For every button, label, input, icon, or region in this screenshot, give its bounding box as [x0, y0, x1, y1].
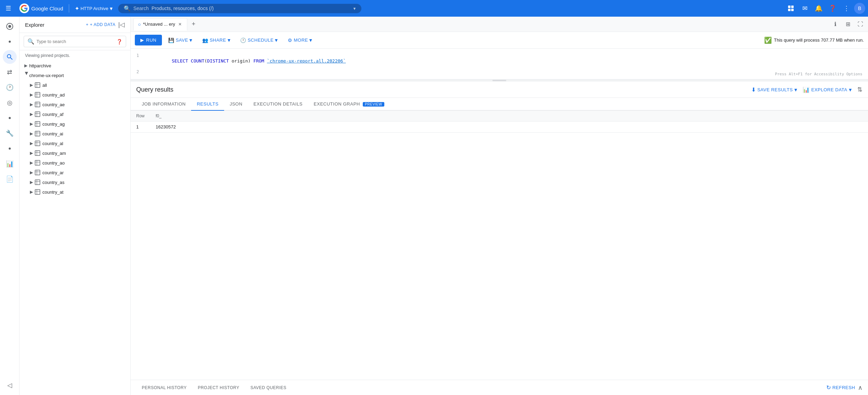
tree-more-country_al[interactable]: ⋮: [122, 140, 128, 147]
explore-data-label: EXPLORE DATA: [811, 87, 847, 92]
rail-icon-search[interactable]: [3, 50, 17, 64]
collapse-panel-button[interactable]: |◁: [118, 21, 125, 28]
share-button[interactable]: 👥 SHARE ▾: [199, 35, 234, 45]
save-icon: 💾: [168, 37, 174, 43]
table-icon-country_am: [35, 150, 40, 156]
svg-rect-33: [35, 160, 40, 165]
more-options-button[interactable]: ⋮: [840, 2, 853, 15]
collapse-bottom-icon[interactable]: ∧: [858, 384, 862, 392]
rail-icon-collapse[interactable]: ◁: [3, 378, 17, 392]
email-button[interactable]: ✉: [799, 2, 811, 15]
rail-icon-scheduled[interactable]: ◎: [3, 96, 17, 110]
global-search[interactable]: 🔍 Search Products, resources, docs (/) ▾: [118, 4, 361, 13]
project-selector[interactable]: ✦ HTTP Archive ▾: [72, 4, 115, 13]
tab-fullscreen-button[interactable]: ⛶: [855, 19, 865, 29]
google-cloud-logo[interactable]: Google Cloud: [17, 3, 66, 13]
tab-json[interactable]: JSON: [224, 98, 248, 111]
tree-item-country_at[interactable]: ▶ country_at ⋮: [25, 187, 130, 197]
col-f0: f0_: [150, 111, 181, 121]
query-tab-unsaved[interactable]: ○ *Unsaved ... ery ✕: [133, 18, 187, 31]
project-history-tab[interactable]: PROJECT HISTORY: [192, 380, 245, 395]
tree-more-country_am[interactable]: ⋮: [122, 150, 128, 157]
rail-icon-history[interactable]: 🕐: [3, 81, 17, 94]
search-help-icon[interactable]: ❓: [116, 39, 122, 44]
rail-icon-analytics[interactable]: [3, 19, 17, 33]
code-editor[interactable]: 1 SELECT COUNT(DISTINCT origin) FROM `ch…: [131, 49, 868, 79]
saved-queries-tab[interactable]: SAVED QUERIES: [245, 380, 292, 395]
tree-more-country_ao[interactable]: ⋮: [122, 160, 128, 166]
tab-info-button[interactable]: ℹ: [830, 19, 840, 29]
tree-chevron-country_am: ▶: [28, 150, 35, 157]
tree-item-country_al[interactable]: ▶ country_al ⋮: [25, 138, 130, 148]
tree-more-chrome-ux[interactable]: ⋮: [122, 72, 128, 79]
tree-more-all[interactable]: ⋮: [122, 82, 128, 89]
explore-data-button[interactable]: 📊 EXPLORE DATA ▾: [803, 86, 852, 93]
query-info-text: This query will process 707.77 MB when r…: [774, 37, 864, 43]
search-input[interactable]: Products, resources, docs (/): [152, 6, 351, 11]
tree-item-all[interactable]: ▶ all ⋮: [25, 80, 130, 90]
run-button[interactable]: ▶ RUN: [135, 35, 162, 45]
tree-more-country_as[interactable]: ⋮: [122, 179, 128, 186]
svg-rect-15: [35, 102, 40, 107]
run-label: RUN: [146, 37, 157, 43]
tree-more-country_af[interactable]: ⋮: [122, 111, 128, 118]
explorer-search-box[interactable]: 🔍 ❓: [24, 36, 126, 47]
tab-results[interactable]: RESULTS: [191, 98, 224, 111]
tab-table-view-button[interactable]: ⊞: [843, 19, 853, 29]
rail-icon-chart[interactable]: 📊: [3, 157, 17, 171]
save-button[interactable]: 💾 SAVE ▾: [165, 35, 196, 45]
tree-more-country_ad[interactable]: ⋮: [122, 92, 128, 98]
refresh-button[interactable]: ↻ REFRESH: [826, 384, 855, 391]
tree-item-country_ad[interactable]: ▶ country_ad ⋮: [25, 90, 130, 100]
tree-chevron-all: ▶: [28, 82, 35, 89]
tab-execution-graph[interactable]: EXECUTION GRAPH PREVIEW: [308, 98, 390, 111]
tab-job-information[interactable]: JOB INFORMATION: [136, 98, 191, 111]
code-content-1[interactable]: SELECT COUNT(DISTINCT origin) FROM `chro…: [145, 53, 868, 69]
tree-item-country_am[interactable]: ▶ country_am ⋮: [25, 148, 130, 158]
grid-apps-button[interactable]: [785, 2, 797, 15]
save-results-label: SAVE RESULTS: [757, 87, 793, 92]
help-button[interactable]: ❓: [826, 2, 839, 15]
code-content-2[interactable]: [145, 69, 868, 75]
rail-icon-transfer[interactable]: ⇄: [3, 65, 17, 79]
tab-close-button[interactable]: ✕: [177, 22, 183, 27]
add-tab-button[interactable]: +: [189, 19, 198, 29]
pin-icon[interactable]: 📌: [115, 73, 121, 78]
expand-results-icon[interactable]: ⇅: [857, 86, 862, 93]
rail-icon-document[interactable]: 📄: [3, 172, 17, 186]
notifications-button[interactable]: 🔔: [812, 2, 825, 15]
add-data-button[interactable]: + + ADD DATA: [86, 22, 115, 27]
explore-data-chevron-icon: ▾: [849, 86, 852, 93]
svg-rect-42: [35, 190, 40, 194]
line-num-1: 1: [131, 53, 145, 58]
personal-history-tab[interactable]: PERSONAL HISTORY: [136, 380, 192, 395]
tree-item-chrome-ux-report[interactable]: ▶ chrome-ux-report 📌 ⋮: [19, 70, 130, 80]
user-avatar[interactable]: B: [854, 3, 865, 14]
line-num-2: 2: [131, 69, 145, 74]
tree-item-country_ar[interactable]: ▶ country_ar ⋮: [25, 168, 130, 177]
search-box-input[interactable]: [36, 39, 114, 44]
tree-item-country_ao[interactable]: ▶ country_ao ⋮: [25, 158, 130, 168]
tree-item-country_af[interactable]: ▶ country_af ⋮: [25, 109, 130, 119]
tree-more-country_ae[interactable]: ⋮: [122, 101, 128, 108]
tree-item-country_as[interactable]: ▶ country_as ⋮: [25, 177, 130, 187]
table-icon-country_at: [35, 189, 40, 195]
save-results-button[interactable]: ⬇ SAVE RESULTS ▾: [751, 86, 797, 93]
schedule-button[interactable]: 🕐 SCHEDULE ▾: [237, 35, 281, 45]
tree-more-country_at[interactable]: ⋮: [122, 189, 128, 195]
tree-more-country_ai[interactable]: ⋮: [122, 131, 128, 137]
tree-more-httparchive[interactable]: ⋮: [122, 62, 128, 69]
tree-item-country_ae[interactable]: ▶ country_ae ⋮: [25, 100, 130, 109]
query-toolbar: ▶ RUN 💾 SAVE ▾ 👥 SHARE ▾ 🕐 SCHEDULE ▾ ⚙ …: [131, 32, 868, 49]
rail-icon-wrench[interactable]: 🔧: [3, 126, 17, 140]
more-button[interactable]: ⚙ MORE ▾: [284, 35, 316, 45]
table-header: Row f0_: [131, 111, 868, 121]
tree-item-country_ag[interactable]: ▶ country_ag ⋮: [25, 119, 130, 129]
tree-item-country_ai[interactable]: ▶ country_ai ⋮: [25, 129, 130, 138]
tree-item-httparchive[interactable]: ▶ httparchive ⋮: [19, 61, 130, 70]
tree-more-country_ag[interactable]: ⋮: [122, 121, 128, 127]
hamburger-menu[interactable]: ☰: [3, 2, 14, 15]
tab-execution-details[interactable]: EXECUTION DETAILS: [248, 98, 308, 111]
tree-label-httparchive: httparchive: [29, 63, 122, 68]
tree-more-country_ar[interactable]: ⋮: [122, 169, 128, 176]
